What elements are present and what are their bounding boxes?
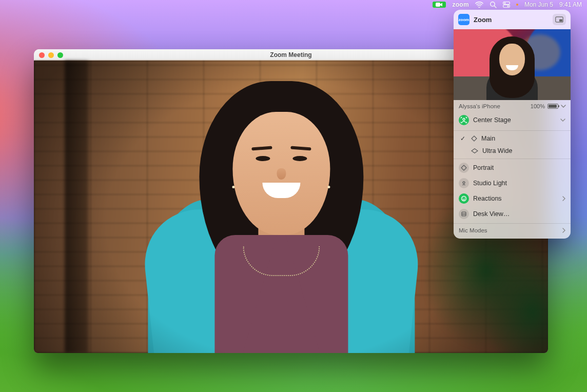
svg-point-5 bbox=[504, 3, 505, 4]
svg-rect-8 bbox=[559, 19, 562, 22]
checkmark-icon: ✓ bbox=[459, 135, 467, 142]
fullscreen-button[interactable] bbox=[57, 52, 63, 58]
reactions-row[interactable]: Reactions bbox=[454, 191, 571, 206]
svg-point-10 bbox=[463, 182, 465, 184]
desk-view-label: Desk View… bbox=[473, 210, 565, 218]
menubar-date[interactable]: Mon Jun 5 bbox=[524, 1, 553, 8]
chevron-down-icon bbox=[560, 119, 565, 122]
reactions-icon bbox=[459, 193, 469, 204]
menubar: zoom Mon Jun 5 9:41 AM bbox=[433, 0, 587, 9]
video-icon bbox=[436, 2, 443, 7]
lens-main-label: Main bbox=[481, 135, 565, 142]
lens-ultrawide-label: Ultra Wide bbox=[482, 147, 565, 154]
svg-point-11 bbox=[462, 197, 466, 201]
svg-point-1 bbox=[491, 2, 495, 6]
reactions-label: Reactions bbox=[473, 195, 558, 202]
portrait-label: Portrait bbox=[473, 164, 565, 171]
zoom-app-icon: zoom bbox=[458, 14, 469, 25]
svg-point-13 bbox=[464, 198, 465, 199]
minimize-button[interactable] bbox=[48, 52, 54, 58]
camera-status-pill[interactable] bbox=[433, 2, 446, 8]
svg-point-9 bbox=[463, 119, 465, 121]
studio-light-row[interactable]: Studio Light bbox=[454, 175, 571, 191]
mic-modes-row[interactable]: Mic Modes bbox=[454, 225, 571, 239]
desk-view-row[interactable]: Desk View… bbox=[454, 206, 571, 224]
picture-in-picture-button[interactable] bbox=[553, 14, 566, 25]
svg-rect-0 bbox=[436, 3, 440, 7]
close-button[interactable] bbox=[39, 52, 45, 58]
window-title: Zoom Meeting bbox=[270, 51, 311, 58]
mic-modes-label: Mic Modes bbox=[459, 227, 558, 233]
device-name-label: Alyssa's iPhone bbox=[459, 103, 500, 109]
chevron-right-icon bbox=[562, 228, 565, 233]
desk-view-icon bbox=[459, 209, 469, 219]
center-stage-label: Center Stage bbox=[473, 116, 556, 124]
privacy-indicator-dot bbox=[516, 4, 518, 6]
studio-light-icon bbox=[459, 178, 469, 188]
camera-preview bbox=[454, 29, 571, 100]
chevron-down-icon bbox=[561, 105, 566, 108]
svg-point-6 bbox=[507, 6, 508, 7]
svg-rect-14 bbox=[462, 212, 466, 216]
portrait-row[interactable]: Portrait bbox=[454, 160, 571, 175]
lens-ultrawide-row[interactable]: Ultra Wide bbox=[454, 145, 571, 159]
menubar-app-name[interactable]: zoom bbox=[452, 1, 469, 8]
lens-main-row[interactable]: ✓ Main bbox=[454, 130, 571, 145]
camera-device-row[interactable]: Alyssa's iPhone 100% bbox=[454, 100, 571, 112]
spotlight-icon[interactable] bbox=[490, 1, 497, 8]
svg-line-2 bbox=[494, 6, 496, 8]
center-stage-row[interactable]: Center Stage bbox=[454, 112, 571, 129]
chevron-right-icon bbox=[562, 196, 565, 201]
menubar-time[interactable]: 9:41 AM bbox=[559, 1, 582, 8]
lens-diamond-icon bbox=[471, 148, 478, 153]
lens-diamond-icon bbox=[471, 135, 477, 142]
svg-rect-3 bbox=[503, 2, 510, 5]
wifi-icon[interactable] bbox=[475, 2, 483, 8]
svg-point-12 bbox=[463, 198, 464, 199]
pip-icon bbox=[555, 16, 563, 23]
traffic-lights bbox=[39, 52, 63, 58]
svg-rect-4 bbox=[503, 5, 510, 8]
panel-app-title: Zoom bbox=[474, 16, 549, 24]
portrait-icon bbox=[459, 163, 469, 173]
battery-indicator: 100% bbox=[531, 103, 566, 109]
video-effects-panel: zoom Zoom Alyssa's iPhone 100% C bbox=[454, 10, 571, 239]
studio-light-label: Studio Light bbox=[473, 180, 565, 187]
control-center-icon[interactable] bbox=[503, 2, 510, 8]
center-stage-icon bbox=[459, 115, 469, 125]
